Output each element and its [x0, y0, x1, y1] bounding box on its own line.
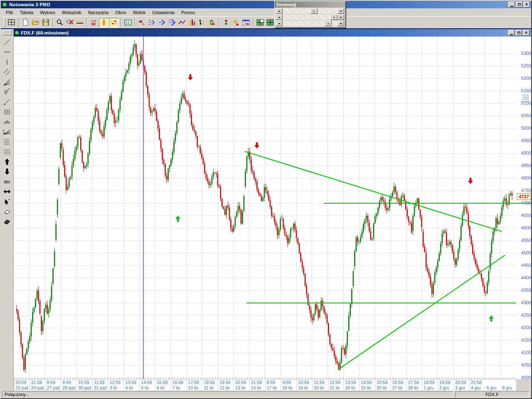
marker-crosshair-icon[interactable] — [99, 18, 109, 27]
signal-arrow-small-icon[interactable] — [147, 18, 157, 27]
date-axis-label: 14 lis — [249, 385, 265, 391]
price-axis-label: 4550 — [521, 238, 531, 244]
restore-button[interactable] — [516, 2, 522, 7]
chart-window-title: FDX.F (60-minutowo) — [21, 30, 69, 35]
close-button[interactable]: × — [523, 2, 530, 7]
menu-item-narzędzia[interactable]: Narzędzia — [85, 9, 112, 16]
fib-time-zones-tool-icon[interactable] — [2, 107, 12, 117]
time-axis-label: 11:59 — [92, 380, 108, 385]
slider-right-button[interactable] — [337, 8, 344, 14]
date-axis-label: 18 lis — [281, 385, 296, 391]
chart-close-button[interactable]: × — [523, 30, 530, 36]
horizontal-line-tool-icon[interactable] — [2, 47, 12, 57]
vertical-line-tool-icon[interactable] — [2, 57, 12, 67]
pitchfork-tool-icon[interactable] — [2, 87, 12, 97]
line-zigzag-icon[interactable] — [177, 18, 187, 27]
slider-thumb[interactable] — [310, 8, 318, 14]
eraser-all-tool-icon[interactable] — [2, 217, 12, 227]
signal-arrow-medium-icon[interactable] — [157, 18, 167, 27]
slider-right-button[interactable] — [337, 21, 344, 26]
time-grid-tool-icon[interactable] — [2, 147, 12, 157]
menu-item-ustawienia[interactable]: Ustawienia — [149, 9, 177, 16]
eraser-tool-icon[interactable] — [2, 207, 12, 217]
trend-line-tool-icon[interactable] — [2, 37, 12, 47]
ray-line-tool-icon[interactable] — [2, 97, 12, 107]
slider-left-button[interactable] — [276, 21, 283, 26]
dots-red-green-icon[interactable] — [221, 18, 231, 27]
dostosuj-slider-2[interactable] — [276, 15, 344, 20]
menu-item-wykres[interactable]: Wykres — [37, 9, 58, 16]
minimize-button[interactable] — [508, 2, 515, 7]
price-numbers-icon[interactable]: 12390 — [89, 18, 99, 27]
sell-signal-arrow — [188, 74, 193, 80]
layout-b-icon[interactable] — [265, 18, 275, 27]
measure-ruler-icon[interactable] — [75, 18, 85, 27]
time-axis-label: 11:59 — [312, 380, 328, 385]
parallel-lines-tool-icon[interactable] — [2, 67, 12, 77]
slider-thumb[interactable] — [330, 15, 337, 20]
slider-track[interactable] — [283, 21, 337, 26]
zoom-off-icon[interactable] — [65, 18, 75, 27]
marker-dash-icon[interactable] — [109, 18, 119, 27]
open-file-icon[interactable] — [31, 18, 41, 27]
chart-ohlc-icon[interactable] — [197, 18, 207, 27]
fib-arcs-tool-icon[interactable] — [2, 117, 12, 127]
price-axis-label: 4700 — [521, 200, 531, 206]
expand-horizontal-tool-icon[interactable] — [2, 187, 12, 197]
menu-item-pomoc[interactable]: Pomoc — [178, 9, 198, 16]
date-axis-label: 3 lis — [108, 385, 124, 391]
palette-grip[interactable] — [2, 30, 12, 35]
signal-arrow-large-icon[interactable] — [167, 18, 177, 27]
menu-item-okno[interactable]: Okno — [112, 9, 129, 16]
add-marker-icon[interactable] — [231, 18, 241, 27]
new-file-icon[interactable] — [21, 18, 31, 27]
arrow-down-tool-icon[interactable] — [2, 167, 12, 177]
toolbar-separator — [18, 18, 19, 27]
dostosuj-slider-1[interactable] — [276, 8, 344, 14]
menu-item-wskaźnik[interactable]: Wskaźnik — [59, 9, 84, 16]
slider-track[interactable] — [283, 15, 337, 20]
layout-a-icon[interactable] — [255, 18, 265, 27]
price-axis-label: 4300 — [521, 300, 531, 306]
window-grid-icon[interactable] — [7, 18, 17, 27]
price-axis[interactable]: 4727 0 400040504100415042004250430043504… — [516, 37, 532, 379]
app-window-controls: × — [508, 2, 530, 7]
slider-thumb[interactable] — [325, 21, 332, 26]
dostosuj-slider-3[interactable] — [276, 21, 344, 26]
speed-lines-tool-icon[interactable] — [2, 77, 12, 87]
chart-minimize-button[interactable] — [508, 30, 515, 36]
slider-left-button[interactable] — [276, 8, 283, 14]
chart-bars-icon[interactable] — [187, 18, 197, 27]
date-axis-label: 24 lis — [343, 385, 359, 391]
fib-retracement-tool-icon[interactable] — [2, 137, 12, 147]
chart-candle-icon[interactable] — [207, 18, 217, 27]
slider-left-button[interactable] — [276, 15, 283, 20]
dostosuj-palette[interactable]: Dostosuj — [274, 1, 346, 28]
chart-restore-button[interactable] — [515, 30, 522, 36]
time-axis-label: 10:59 — [76, 380, 92, 385]
menu-item-widok[interactable]: Widok — [130, 9, 149, 16]
add-marker-window-icon[interactable] — [241, 18, 251, 27]
quote-table-icon[interactable] — [123, 18, 133, 27]
time-axis[interactable]: 20:5921:588:599:5910:5911:5912:5913:5914… — [14, 379, 516, 391]
fib-fan-tool-icon[interactable] — [2, 127, 12, 137]
menu-item-plik[interactable]: Plik — [3, 9, 16, 16]
slider-track[interactable] — [283, 8, 337, 14]
candlestick-chart[interactable] — [14, 37, 516, 379]
arrow-up-tool-icon[interactable] — [2, 157, 12, 167]
date-axis-label: 21 lis — [328, 385, 344, 391]
menu-item-tabela[interactable]: Tabela — [17, 9, 36, 16]
toolbar-grip[interactable] — [4, 18, 5, 27]
app-icon — [2, 2, 7, 7]
app-title-bar[interactable]: Notowania 3 PRO — [1, 1, 532, 8]
slider-right-button[interactable] — [337, 15, 344, 20]
indicator-wl-icon[interactable]: WL — [137, 18, 147, 27]
pointer-tool-icon[interactable] — [2, 197, 12, 207]
chart-window-title-bar[interactable]: FDX.F (60-minutowo) — [14, 29, 532, 37]
date-axis-label: 25 lis — [359, 385, 375, 391]
save-file-icon[interactable] — [41, 18, 51, 27]
zoom-in-icon[interactable] — [55, 18, 65, 27]
price-axis-label: 5300 — [521, 51, 531, 57]
text-label-tool-icon[interactable]: abc — [2, 177, 12, 187]
dostosuj-title[interactable]: Dostosuj — [275, 2, 345, 7]
